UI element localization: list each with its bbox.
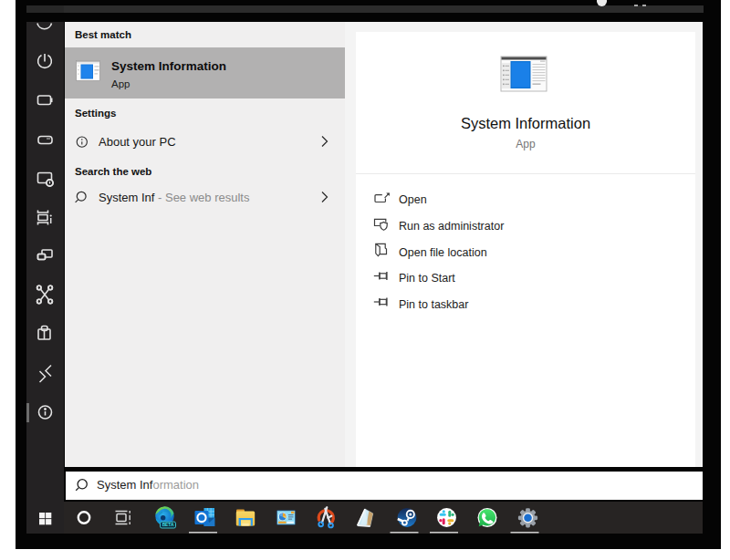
svg-text:BETA: BETA (162, 523, 174, 527)
